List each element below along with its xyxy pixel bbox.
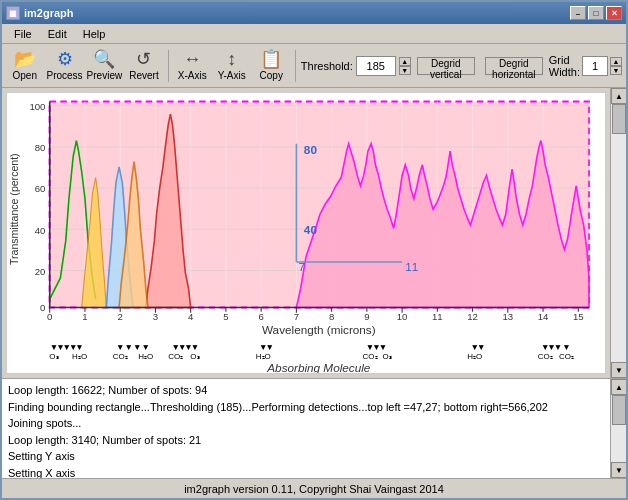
x-axis-icon: ↔ bbox=[183, 50, 201, 68]
svg-text:H₂O: H₂O bbox=[467, 352, 482, 361]
svg-text:9: 9 bbox=[364, 311, 369, 322]
svg-text:0: 0 bbox=[40, 302, 45, 313]
degrid-vertical-label: Degrid bbox=[431, 58, 460, 69]
threshold-label: Threshold: bbox=[301, 60, 353, 72]
svg-text:40: 40 bbox=[304, 223, 318, 236]
degrid-horizontal-label: Degrid bbox=[499, 58, 528, 69]
grid-width-label: GridWidth: bbox=[549, 54, 580, 78]
svg-text:▼: ▼ bbox=[554, 342, 562, 352]
svg-text:15: 15 bbox=[573, 311, 584, 322]
menu-edit[interactable]: Edit bbox=[40, 26, 75, 42]
chart-scrollbar[interactable]: ▲ ▼ bbox=[610, 88, 626, 378]
svg-text:O₃: O₃ bbox=[383, 352, 392, 361]
process-button[interactable]: ⚙ Process bbox=[45, 47, 83, 85]
svg-text:20: 20 bbox=[35, 266, 46, 277]
minimize-button[interactable]: – bbox=[570, 6, 586, 20]
degrid-vertical-button[interactable]: Degrid vertical bbox=[417, 57, 475, 75]
scroll-up-button[interactable]: ▲ bbox=[611, 88, 626, 104]
svg-text:O₃: O₃ bbox=[190, 352, 199, 361]
svg-text:60: 60 bbox=[35, 183, 46, 194]
preview-label: Preview bbox=[87, 70, 123, 81]
degrid-horizontal-label2: horizontal bbox=[492, 69, 535, 80]
scroll-thumb[interactable] bbox=[612, 104, 626, 134]
svg-text:40: 40 bbox=[35, 225, 46, 236]
svg-text:11: 11 bbox=[432, 311, 443, 322]
y-axis-icon: ↕ bbox=[227, 50, 236, 68]
revert-button[interactable]: ↺ Revert bbox=[125, 47, 162, 85]
scroll-down-button[interactable]: ▼ bbox=[611, 362, 626, 378]
svg-text:▼: ▼ bbox=[477, 342, 485, 352]
log-content: Loop length: 16622; Number of spots: 94 … bbox=[2, 379, 610, 478]
grid-width-up[interactable]: ▲ bbox=[610, 57, 622, 66]
svg-text:▼: ▼ bbox=[562, 342, 570, 352]
svg-text:100: 100 bbox=[29, 101, 45, 112]
degrid-horizontal-button[interactable]: Degrid horizontal bbox=[485, 57, 543, 75]
chart-svg: Transmittance (percent) 100 80 60 40 20 … bbox=[7, 93, 605, 373]
svg-text:2: 2 bbox=[118, 311, 123, 322]
degrid-vertical-label2: vertical bbox=[430, 69, 462, 80]
menubar: File Edit Help bbox=[2, 24, 626, 44]
process-icon: ⚙ bbox=[57, 50, 73, 68]
log-scroll-down[interactable]: ▼ bbox=[611, 462, 626, 478]
main-content: Transmittance (percent) 100 80 60 40 20 … bbox=[2, 88, 626, 378]
svg-text:▼: ▼ bbox=[125, 342, 133, 352]
grid-width-down[interactable]: ▼ bbox=[610, 66, 622, 75]
toolbar: 📂 Open ⚙ Process 🔍 Preview ↺ Revert ↔ X-… bbox=[2, 44, 626, 88]
scroll-track bbox=[611, 104, 626, 362]
svg-text:H₂O: H₂O bbox=[138, 352, 153, 361]
close-button[interactable]: ✕ bbox=[606, 6, 622, 20]
grid-width-input[interactable] bbox=[582, 56, 608, 76]
log-line-4: Loop length: 3140; Number of spots: 21 bbox=[8, 432, 604, 449]
svg-text:14: 14 bbox=[538, 311, 549, 322]
log-line-1: Loop length: 16622; Number of spots: 94 bbox=[8, 382, 604, 399]
copy-button[interactable]: 📋 Copy bbox=[252, 47, 289, 85]
titlebar: ▦ im2graph – □ ✕ bbox=[2, 2, 626, 24]
main-window: ▦ im2graph – □ ✕ File Edit Help 📂 Open ⚙… bbox=[0, 0, 628, 500]
open-label: Open bbox=[13, 70, 37, 81]
svg-text:Wavelength (microns): Wavelength (microns) bbox=[262, 323, 376, 336]
preview-button[interactable]: 🔍 Preview bbox=[86, 47, 124, 85]
copy-label: Copy bbox=[260, 70, 283, 81]
degrid-horizontal-group: Degrid horizontal bbox=[485, 57, 543, 75]
window-title: im2graph bbox=[24, 7, 74, 19]
svg-text:CO₂: CO₂ bbox=[538, 352, 553, 361]
svg-text:▼: ▼ bbox=[191, 342, 199, 352]
svg-text:3: 3 bbox=[153, 311, 158, 322]
svg-text:0: 0 bbox=[47, 311, 52, 322]
maximize-button[interactable]: □ bbox=[588, 6, 604, 20]
threshold-up[interactable]: ▲ bbox=[399, 57, 411, 66]
x-axis-label: X-Axis bbox=[178, 70, 207, 81]
x-axis-button[interactable]: ↔ X-Axis bbox=[174, 47, 211, 85]
log-line-2: Finding bounding rectangle...Thresholdin… bbox=[8, 399, 604, 416]
svg-text:6: 6 bbox=[258, 311, 263, 322]
svg-text:▼: ▼ bbox=[265, 342, 273, 352]
svg-text:13: 13 bbox=[502, 311, 513, 322]
log-line-6: Setting X axis bbox=[8, 465, 604, 479]
open-button[interactable]: 📂 Open bbox=[6, 47, 43, 85]
threshold-spinners: ▲ ▼ bbox=[399, 57, 411, 75]
revert-label: Revert bbox=[129, 70, 158, 81]
preview-icon: 🔍 bbox=[93, 50, 115, 68]
y-axis-button[interactable]: ↕ Y-Axis bbox=[213, 47, 250, 85]
svg-text:CO₂: CO₂ bbox=[113, 352, 128, 361]
titlebar-left: ▦ im2graph bbox=[6, 6, 74, 20]
svg-text:12: 12 bbox=[467, 311, 478, 322]
status-text: im2graph version 0.11, Copyright Shai Va… bbox=[184, 483, 444, 495]
app-icon: ▦ bbox=[6, 6, 20, 20]
svg-text:▼: ▼ bbox=[142, 342, 150, 352]
log-scroll-up[interactable]: ▲ bbox=[611, 379, 626, 395]
svg-text:8: 8 bbox=[329, 311, 334, 322]
menu-file[interactable]: File bbox=[6, 26, 40, 42]
log-scroll-thumb[interactable] bbox=[612, 395, 626, 425]
log-scrollbar[interactable]: ▲ ▼ bbox=[610, 379, 626, 478]
menu-help[interactable]: Help bbox=[75, 26, 114, 42]
threshold-input[interactable] bbox=[356, 56, 396, 76]
chart-area: Transmittance (percent) 100 80 60 40 20 … bbox=[2, 88, 610, 378]
grid-width-group: GridWidth: ▲ ▼ bbox=[549, 54, 622, 78]
threshold-down[interactable]: ▼ bbox=[399, 66, 411, 75]
svg-text:H₂O: H₂O bbox=[256, 352, 271, 361]
svg-text:▼: ▼ bbox=[116, 342, 124, 352]
svg-text:▼: ▼ bbox=[75, 342, 83, 352]
svg-text:80: 80 bbox=[35, 142, 46, 153]
titlebar-buttons: – □ ✕ bbox=[570, 6, 622, 20]
